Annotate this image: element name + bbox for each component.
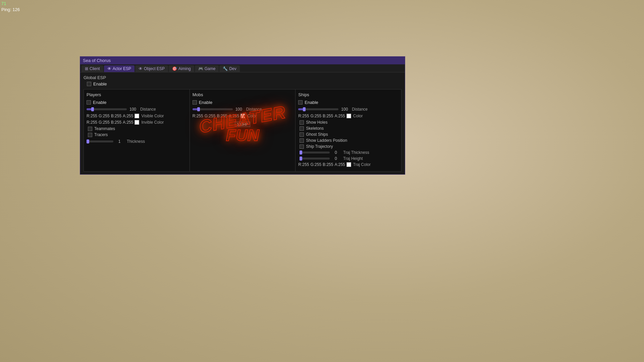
ships-distance-value: 100 bbox=[340, 107, 349, 112]
mobs-enable-label: Enable bbox=[199, 100, 212, 105]
global-esp-enable-label: Enable bbox=[93, 81, 107, 86]
ships-traj-thickness-thumb[interactable] bbox=[300, 150, 302, 155]
ships-traj-color-label: Traj Color bbox=[353, 162, 371, 167]
ships-title: Ships bbox=[298, 92, 398, 97]
players-inv-g: G:255 bbox=[99, 120, 110, 125]
ships-traj-height-label: Traj Height bbox=[343, 156, 363, 161]
dev-icon: 🔧 bbox=[223, 66, 228, 71]
aiming-icon: 🎯 bbox=[172, 66, 177, 71]
mobs-distance-thumb[interactable] bbox=[197, 107, 200, 111]
players-teammates-checkbox[interactable] bbox=[88, 127, 92, 131]
ships-enable-checkbox[interactable] bbox=[298, 100, 303, 105]
players-invis-color-label: Invible Color bbox=[141, 120, 164, 125]
players-visible-color-swatch[interactable] bbox=[135, 114, 139, 118]
global-esp-checkbox[interactable] bbox=[87, 82, 91, 86]
mobs-distance-track[interactable] bbox=[193, 108, 233, 110]
tab-client[interactable]: ⊞ Client bbox=[82, 65, 103, 72]
ships-color-row: R:255 G:255 B:255 A:255 Color bbox=[298, 114, 398, 118]
mobs-column: Mobs Enable 100 Distance R:255 G:255 bbox=[190, 89, 296, 172]
ships-skeletons-label: Skeletons bbox=[306, 126, 324, 131]
ships-ghost-ships-checkbox[interactable] bbox=[300, 132, 304, 137]
players-thickness-track[interactable] bbox=[87, 140, 113, 142]
players-thickness-value: 1 bbox=[115, 139, 124, 144]
mobs-r: R:255 bbox=[193, 114, 203, 118]
ships-ghost-ships-row: Ghost Ships bbox=[300, 132, 398, 137]
hud-overlay: 71 Ping: 126 bbox=[1, 1, 20, 13]
ships-traj-thickness-label: Traj Thickness bbox=[343, 150, 369, 155]
ping-display: Ping: 126 bbox=[1, 7, 20, 13]
players-thickness-row: 1 Thickness bbox=[87, 139, 187, 144]
players-inv-b: B:255 bbox=[111, 120, 121, 125]
ships-ship-trajectory-checkbox[interactable] bbox=[300, 144, 304, 149]
mobs-b: B:255 bbox=[217, 114, 227, 118]
players-teammates-row: Teammates bbox=[88, 126, 187, 131]
watermark-line2: FUN bbox=[199, 126, 286, 144]
tab-aiming[interactable]: 🎯 Aiming bbox=[169, 65, 194, 72]
ships-show-holes-checkbox[interactable] bbox=[300, 120, 304, 125]
players-distance-track[interactable] bbox=[87, 108, 127, 110]
players-distance-value: 100 bbox=[128, 107, 138, 112]
ships-skeletons-checkbox[interactable] bbox=[300, 126, 304, 131]
ships-a: A:255 bbox=[334, 114, 345, 118]
players-enable-row: Enable bbox=[87, 100, 187, 105]
fps-display: 71 bbox=[1, 1, 20, 7]
ships-show-ladders-row: Show Ladders Position bbox=[300, 138, 398, 143]
players-distance-row: 100 Distance bbox=[87, 107, 187, 112]
ships-distance-thumb[interactable] bbox=[303, 107, 306, 111]
window-titlebar[interactable]: Sea of Chorus bbox=[80, 57, 405, 64]
tab-object-esp-label: Object ESP bbox=[144, 66, 165, 71]
ships-show-ladders-label: Show Ladders Position bbox=[306, 138, 347, 143]
mobs-distance-row: 100 Distance bbox=[193, 107, 293, 112]
players-inv-a: A:255 bbox=[123, 120, 133, 125]
ships-ghost-ships-label: Ghost Ships bbox=[306, 132, 328, 137]
tab-game[interactable]: 🎮 Game bbox=[195, 65, 219, 72]
players-distance-thumb[interactable] bbox=[91, 107, 94, 111]
players-column: Players Enable 100 Distance R:255 G:255 bbox=[84, 89, 190, 172]
ships-color-label: Color bbox=[353, 114, 363, 118]
mobs-enable-checkbox[interactable] bbox=[193, 100, 197, 105]
players-invis-color-swatch[interactable] bbox=[135, 120, 139, 125]
global-esp-title: Global ESP bbox=[84, 75, 401, 80]
hp-tooltip: 100HP bbox=[235, 122, 250, 127]
ships-distance-row: 100 Distance bbox=[298, 107, 398, 112]
ships-traj-height-track[interactable] bbox=[300, 158, 330, 160]
ships-show-holes-label: Show Holes bbox=[306, 120, 327, 125]
ships-r: R:255 bbox=[298, 114, 309, 118]
players-thickness-thumb[interactable] bbox=[87, 139, 89, 143]
ships-traj-height-row: 0 Traj Height bbox=[300, 156, 398, 161]
players-title: Players bbox=[87, 92, 187, 97]
tab-object-esp[interactable]: 👁 Object ESP bbox=[135, 65, 168, 72]
players-enable-label: Enable bbox=[93, 100, 106, 105]
players-tracers-row: Tracers bbox=[88, 132, 187, 137]
players-vis-a: A:255 bbox=[123, 114, 133, 118]
tab-game-label: Game bbox=[205, 66, 216, 71]
tab-dev[interactable]: 🔧 Dev bbox=[219, 65, 239, 72]
window-content: Global ESP Enable Players Enable bbox=[80, 72, 405, 174]
players-vis-g: G:255 bbox=[99, 114, 110, 118]
ships-b: B:255 bbox=[323, 114, 333, 118]
tab-actor-esp[interactable]: 👁 Actor ESP bbox=[104, 65, 135, 72]
ships-ship-trajectory-label: Ship Trajectory bbox=[306, 144, 333, 149]
players-enable-checkbox[interactable] bbox=[87, 100, 91, 105]
ships-column: Ships Enable 100 Distance R:255 G:255 bbox=[296, 89, 401, 172]
ships-distance-track[interactable] bbox=[298, 108, 338, 110]
players-tracers-checkbox[interactable] bbox=[88, 133, 92, 137]
ships-g: G:255 bbox=[310, 114, 321, 118]
players-visible-color-label: Visible Color bbox=[141, 114, 164, 118]
client-icon: ⊞ bbox=[85, 66, 88, 71]
ships-traj-thickness-track[interactable] bbox=[300, 152, 330, 154]
ships-traj-r: R:255 bbox=[298, 162, 309, 167]
global-esp-enable-row: Enable bbox=[87, 81, 401, 86]
mobs-color-label: Color bbox=[247, 114, 257, 118]
ships-traj-height-thumb[interactable] bbox=[300, 157, 302, 161]
ships-show-ladders-checkbox[interactable] bbox=[300, 138, 304, 143]
mobs-color-swatch[interactable] bbox=[240, 114, 245, 118]
mobs-distance-value: 100 bbox=[234, 107, 244, 112]
global-esp-section: Global ESP Enable bbox=[84, 75, 401, 86]
ships-traj-color-swatch[interactable] bbox=[346, 162, 351, 167]
ships-color-swatch[interactable] bbox=[346, 114, 351, 118]
columns-container: Players Enable 100 Distance R:255 G:255 bbox=[84, 89, 401, 172]
ships-ship-trajectory-row: Ship Trajectory bbox=[300, 144, 398, 149]
ships-traj-height-value: 0 bbox=[331, 156, 340, 161]
players-thickness-label: Thickness bbox=[127, 139, 145, 144]
